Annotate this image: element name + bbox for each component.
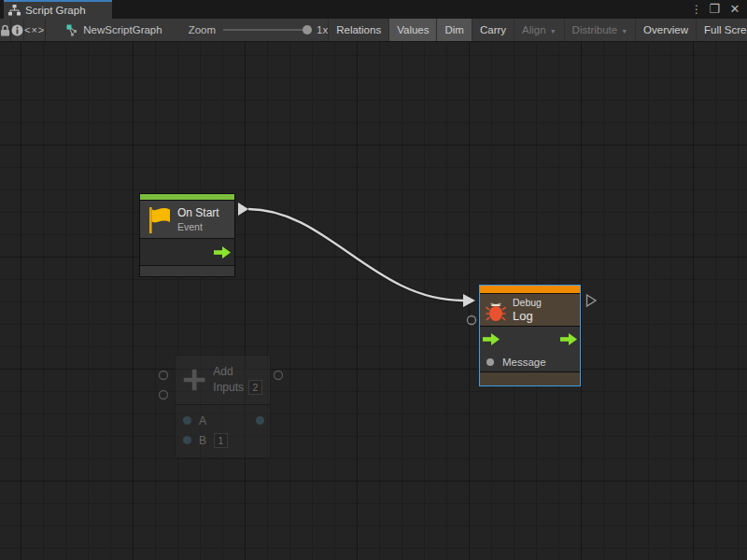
chevron-down-icon: ▼ xyxy=(550,28,557,35)
node-accent-bar xyxy=(140,194,234,200)
zoom-value: 1x xyxy=(317,24,328,35)
flag-icon xyxy=(146,205,171,234)
ghost-input-port-a-outer[interactable] xyxy=(160,371,168,380)
graph-hierarchy-icon xyxy=(8,5,21,16)
message-input-port[interactable] xyxy=(486,358,494,366)
maximize-icon[interactable]: ❐ xyxy=(706,0,723,19)
node-header: Add Inputs 2 xyxy=(176,356,270,404)
chevron-down-icon: ▼ xyxy=(621,28,627,35)
exec-output-arrow-icon[interactable] xyxy=(214,246,231,259)
exec-output-arrow-icon[interactable] xyxy=(560,333,577,345)
connection-layer xyxy=(0,42,747,560)
zoom-control: Zoom 1x xyxy=(189,19,329,41)
node-add-ghost[interactable]: Add Inputs 2 A B 1 xyxy=(175,355,271,458)
distribute-dropdown[interactable]: Distribute ▼ xyxy=(564,19,636,41)
port-row-a: A xyxy=(176,411,270,430)
node-title: On Start xyxy=(177,206,219,219)
zoom-slider-handle[interactable] xyxy=(303,25,312,35)
port-label-b: B xyxy=(199,434,206,447)
code-icon: <×> xyxy=(24,24,45,35)
data-input-port-a[interactable] xyxy=(183,416,191,425)
bug-icon xyxy=(486,299,506,322)
message-input-port-outer[interactable] xyxy=(468,316,476,325)
zoom-slider[interactable] xyxy=(223,29,309,31)
message-port-label: Message xyxy=(502,357,546,368)
ghost-output-port-outer[interactable] xyxy=(275,371,283,380)
info-button[interactable] xyxy=(11,19,24,41)
exec-output-port-debug[interactable] xyxy=(587,295,597,306)
node-subtitle: Event xyxy=(177,221,219,232)
node-footer xyxy=(140,266,234,276)
graph-asset[interactable]: NewScriptGraph xyxy=(46,19,162,41)
data-input-port-b[interactable] xyxy=(183,436,191,444)
inputs-label: Inputs xyxy=(213,381,244,394)
node-footer xyxy=(480,372,580,385)
graph-canvas[interactable]: On Start Event Debug xyxy=(0,42,747,560)
port-label-a: A xyxy=(199,414,206,427)
relations-button[interactable]: Relations xyxy=(328,19,388,41)
fullscreen-button[interactable]: Full Screen xyxy=(696,19,747,41)
node-header: Debug Log xyxy=(480,294,580,326)
kebab-menu-icon[interactable]: ⋮ xyxy=(691,0,702,19)
ghost-input-port-b-outer[interactable] xyxy=(160,391,168,399)
close-icon[interactable]: ✕ xyxy=(726,0,743,19)
dim-button[interactable]: Dim xyxy=(436,19,471,41)
message-row: Message xyxy=(480,352,580,371)
tab-script-graph[interactable]: Script Graph xyxy=(4,0,112,19)
toolbar-buttons: Relations Values Dim Carry Align ▼ Distr… xyxy=(328,19,747,41)
exec-input-arrow-icon[interactable] xyxy=(483,333,500,345)
edit-source-button[interactable]: <×> xyxy=(24,19,46,41)
title-bar: Script Graph ⋮ ❐ ✕ xyxy=(0,0,747,19)
node-accent-bar xyxy=(480,286,580,293)
exec-output-port-onstart[interactable] xyxy=(238,203,248,216)
node-body: A B 1 xyxy=(176,405,270,457)
exec-row xyxy=(480,327,580,352)
inputs-count-field[interactable]: 2 xyxy=(248,380,262,395)
lock-button[interactable] xyxy=(0,19,11,41)
toolbar: <×> NewScriptGraph Zoom 1x Relations Val… xyxy=(0,19,747,42)
node-title: Log xyxy=(513,310,542,323)
lock-icon xyxy=(0,24,10,36)
info-icon xyxy=(11,24,23,36)
carry-button[interactable]: Carry xyxy=(472,19,514,41)
graph-name: NewScriptGraph xyxy=(83,24,162,35)
node-on-start[interactable]: On Start Event xyxy=(139,193,235,277)
node-title: Add xyxy=(213,365,262,378)
window-controls: ⋮ ❐ ✕ xyxy=(691,0,743,19)
node-body xyxy=(140,239,234,265)
exec-wire[interactable] xyxy=(248,209,463,301)
exec-input-port-debug[interactable] xyxy=(463,294,475,307)
data-output-port[interactable] xyxy=(256,416,264,425)
node-body: Message xyxy=(480,327,580,371)
port-row-b: B 1 xyxy=(176,430,270,450)
align-dropdown[interactable]: Align ▼ xyxy=(514,19,564,41)
script-graph-icon xyxy=(66,24,78,36)
zoom-label: Zoom xyxy=(189,24,216,35)
node-header: On Start Event xyxy=(140,201,234,238)
plus-icon xyxy=(181,366,207,394)
port-b-value-field[interactable]: 1 xyxy=(214,433,228,448)
overview-button[interactable]: Overview xyxy=(635,19,696,41)
values-button[interactable]: Values xyxy=(388,19,436,41)
tab-label: Script Graph xyxy=(25,5,86,16)
wire-shadow xyxy=(248,209,463,301)
node-debug-log[interactable]: Debug Log Message xyxy=(479,285,581,386)
node-category: Debug xyxy=(513,297,542,308)
